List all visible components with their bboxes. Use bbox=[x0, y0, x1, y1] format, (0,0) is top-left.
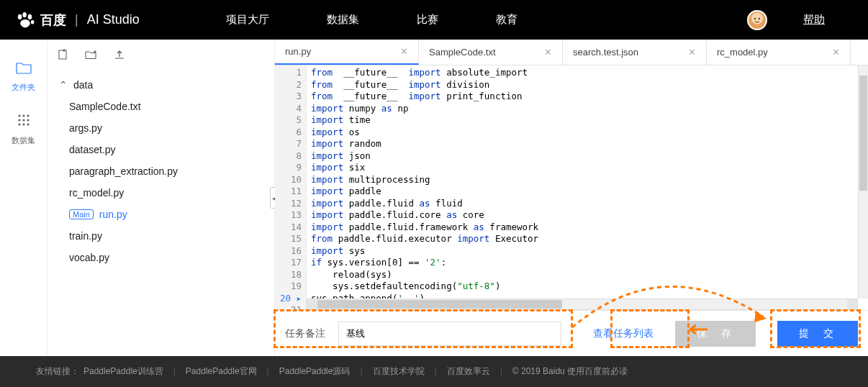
tab-samplecode[interactable]: SampleCode.txt✕ bbox=[419, 40, 563, 65]
footer-prefix: 友情链接： bbox=[36, 365, 79, 378]
tab-run[interactable]: run.py✕ bbox=[275, 40, 419, 65]
svg-point-10 bbox=[22, 119, 24, 121]
save-button[interactable]: 保 存 bbox=[675, 321, 756, 347]
footer-link[interactable]: PaddlePaddle源码 bbox=[279, 365, 351, 378]
code-area[interactable]: 1234567891011121314151617181920 ▸2122232… bbox=[275, 65, 868, 310]
close-icon[interactable]: ✕ bbox=[544, 47, 552, 58]
task-note-label: 任务备注 bbox=[285, 327, 325, 340]
file-panel: ⌃ data SampleCode.txt args.py dataset.py… bbox=[48, 40, 275, 356]
main-badge: Main bbox=[69, 209, 94, 219]
footer-link[interactable]: PaddlePaddle官网 bbox=[186, 365, 257, 378]
svg-point-13 bbox=[22, 123, 24, 125]
iconbar-datasets[interactable]: 数据集 bbox=[0, 106, 47, 159]
svg-point-11 bbox=[27, 119, 29, 121]
close-icon[interactable]: ✕ bbox=[832, 47, 840, 58]
footer: 友情链接： PaddlePaddle训练营| PaddlePaddle官网| P… bbox=[0, 356, 868, 387]
file-paragraph[interactable]: paragraph_extraction.py bbox=[56, 160, 266, 182]
nav-projects[interactable]: 项目大厅 bbox=[226, 13, 269, 27]
svg-point-7 bbox=[22, 114, 24, 117]
svg-point-1 bbox=[22, 12, 27, 17]
svg-point-6 bbox=[18, 114, 20, 117]
content: 文件夹 数据集 ⌃ data SampleCode.txt args.py da… bbox=[0, 40, 868, 356]
file-ops bbox=[48, 40, 274, 71]
vscrollbar[interactable] bbox=[858, 65, 868, 299]
file-args[interactable]: args.py bbox=[56, 117, 266, 139]
hscrollbar[interactable] bbox=[307, 299, 858, 310]
file-dataset[interactable]: dataset.py bbox=[56, 139, 266, 160]
iconbar: 文件夹 数据集 bbox=[0, 40, 48, 356]
topnav: 项目大厅 数据集 比赛 教育 bbox=[226, 13, 517, 27]
svg-point-9 bbox=[18, 119, 20, 121]
footer-link[interactable]: PaddlePaddle训练营 bbox=[83, 365, 163, 378]
logo-sub: AI Studio bbox=[87, 12, 140, 27]
folder-icon bbox=[0, 61, 47, 78]
new-file-icon[interactable] bbox=[58, 49, 69, 63]
nav-datasets[interactable]: 数据集 bbox=[327, 13, 359, 27]
logo[interactable]: 百度 | AI Studio bbox=[14, 12, 140, 29]
svg-rect-15 bbox=[59, 50, 66, 59]
submit-button[interactable]: 提 交 bbox=[777, 321, 858, 347]
svg-point-3 bbox=[31, 20, 35, 24]
grid-icon bbox=[0, 113, 47, 131]
svg-point-0 bbox=[18, 14, 22, 19]
close-icon[interactable]: ✕ bbox=[688, 47, 696, 58]
file-rcmodel[interactable]: rc_model.py bbox=[56, 182, 266, 204]
nav-education[interactable]: 教育 bbox=[496, 13, 517, 27]
tab-rcmodel[interactable]: rc_model.py✕ bbox=[707, 40, 851, 65]
view-tasks-link[interactable]: 查看任务列表 bbox=[593, 327, 654, 340]
svg-point-5 bbox=[759, 17, 760, 19]
editor-tabs: run.py✕ SampleCode.txt✕ search.test.json… bbox=[275, 40, 868, 65]
help-link[interactable]: 帮助 bbox=[803, 13, 825, 27]
file-tree: ⌃ data SampleCode.txt args.py dataset.py… bbox=[48, 71, 274, 271]
file-vocab[interactable]: vocab.py bbox=[56, 247, 266, 268]
chevron-down-icon: ⌃ bbox=[59, 79, 68, 91]
upload-icon[interactable] bbox=[114, 49, 125, 63]
svg-point-2 bbox=[28, 14, 32, 19]
svg-point-12 bbox=[18, 123, 20, 125]
line-gutter: 1234567891011121314151617181920 ▸2122232… bbox=[275, 65, 307, 310]
new-folder-icon[interactable] bbox=[85, 50, 98, 62]
baidu-paw-icon bbox=[14, 12, 36, 29]
close-icon[interactable]: ✕ bbox=[400, 46, 408, 57]
task-note-input[interactable] bbox=[338, 322, 561, 346]
nav-competitions[interactable]: 比赛 bbox=[417, 13, 438, 27]
file-samplecode[interactable]: SampleCode.txt bbox=[56, 96, 266, 117]
svg-point-14 bbox=[27, 123, 29, 125]
footer-link[interactable]: 百度技术学院 bbox=[373, 365, 425, 378]
svg-point-4 bbox=[754, 17, 756, 19]
logo-brand: 百度 bbox=[40, 12, 66, 29]
tab-search[interactable]: search.test.json✕ bbox=[563, 40, 707, 65]
code-text[interactable]: from __future__ import absolute_importfr… bbox=[307, 65, 868, 310]
file-train[interactable]: train.py bbox=[56, 225, 266, 247]
svg-point-8 bbox=[27, 114, 29, 117]
iconbar-files[interactable]: 文件夹 bbox=[0, 54, 47, 106]
footer-link[interactable]: 百度效率云 bbox=[447, 365, 490, 378]
task-bar: 任务备注 查看任务列表 保 存 提 交 bbox=[275, 310, 868, 356]
file-run[interactable]: Main run.py bbox=[56, 204, 266, 225]
topbar: 百度 | AI Studio 项目大厅 数据集 比赛 教育 帮助 bbox=[0, 0, 868, 40]
footer-copyright: © 2019 Baidu 使用百度前必读 bbox=[512, 365, 628, 378]
avatar[interactable] bbox=[747, 10, 767, 30]
folder-data[interactable]: ⌃ data bbox=[56, 74, 266, 96]
editor: ◀ run.py✕ SampleCode.txt✕ search.test.js… bbox=[275, 40, 868, 356]
